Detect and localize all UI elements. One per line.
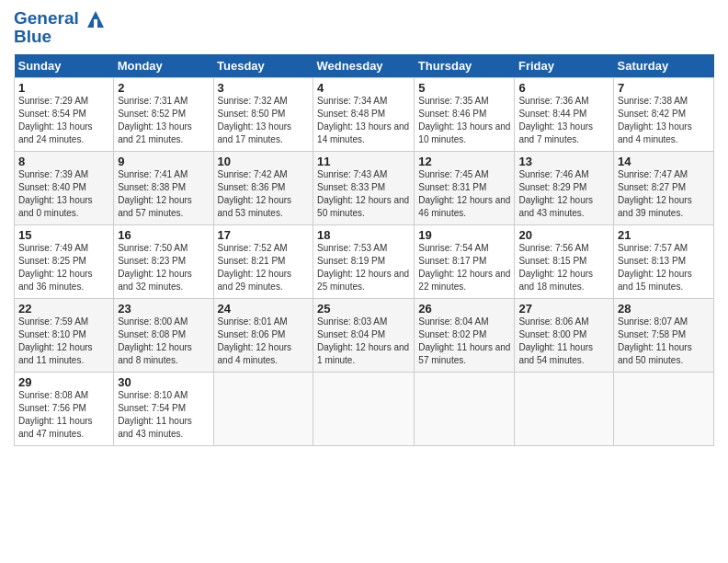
calendar-cell: 27 Sunrise: 8:06 AM Sunset: 8:00 PM Dayl… bbox=[515, 298, 614, 372]
day-info: Sunrise: 7:43 AM Sunset: 8:33 PM Dayligh… bbox=[317, 168, 410, 220]
day-info: Sunrise: 7:29 AM Sunset: 8:54 PM Dayligh… bbox=[18, 95, 109, 146]
calendar-week-1: 1 Sunrise: 7:29 AM Sunset: 8:54 PM Dayli… bbox=[15, 77, 714, 151]
calendar-cell: 25 Sunrise: 8:03 AM Sunset: 8:04 PM Dayl… bbox=[313, 298, 415, 372]
day-number: 29 bbox=[18, 375, 109, 389]
day-number: 22 bbox=[18, 302, 109, 316]
calendar-cell bbox=[614, 372, 714, 445]
page-header: General Blue bbox=[14, 9, 714, 47]
day-number: 3 bbox=[218, 81, 310, 95]
day-of-week-row: SundayMondayTuesdayWednesdayThursdayFrid… bbox=[15, 54, 714, 78]
day-number: 8 bbox=[18, 155, 109, 168]
calendar-cell: 3 Sunrise: 7:32 AM Sunset: 8:50 PM Dayli… bbox=[213, 77, 313, 151]
day-info: Sunrise: 7:52 AM Sunset: 8:21 PM Dayligh… bbox=[218, 242, 310, 293]
calendar-cell: 6 Sunrise: 7:36 AM Sunset: 8:44 PM Dayli… bbox=[515, 77, 614, 151]
calendar-cell: 18 Sunrise: 7:53 AM Sunset: 8:19 PM Dayl… bbox=[313, 224, 415, 298]
day-number: 2 bbox=[118, 81, 209, 95]
day-info: Sunrise: 7:46 AM Sunset: 8:29 PM Dayligh… bbox=[518, 168, 609, 220]
calendar-cell: 14 Sunrise: 7:47 AM Sunset: 8:27 PM Dayl… bbox=[614, 151, 714, 224]
day-number: 15 bbox=[18, 228, 109, 242]
logo-blue: Blue bbox=[14, 28, 106, 47]
day-number: 1 bbox=[18, 81, 109, 95]
day-info: Sunrise: 7:56 AM Sunset: 8:15 PM Dayligh… bbox=[518, 242, 609, 293]
day-number: 13 bbox=[518, 155, 609, 168]
calendar-cell: 5 Sunrise: 7:35 AM Sunset: 8:46 PM Dayli… bbox=[415, 77, 515, 151]
svg-rect-1 bbox=[94, 19, 97, 28]
day-info: Sunrise: 7:41 AM Sunset: 8:38 PM Dayligh… bbox=[118, 168, 209, 220]
calendar-table: SundayMondayTuesdayWednesdayThursdayFrid… bbox=[14, 54, 714, 446]
logo: General Blue bbox=[14, 9, 106, 47]
calendar-week-4: 22 Sunrise: 7:59 AM Sunset: 8:10 PM Dayl… bbox=[15, 298, 714, 372]
dow-header-thursday: Thursday bbox=[415, 54, 515, 78]
page-container: General Blue SundayMondayTuesdayWednesda… bbox=[0, 0, 728, 455]
calendar-cell: 19 Sunrise: 7:54 AM Sunset: 8:17 PM Dayl… bbox=[415, 224, 515, 298]
dow-header-saturday: Saturday bbox=[614, 54, 714, 78]
calendar-cell: 30 Sunrise: 8:10 AM Sunset: 7:54 PM Dayl… bbox=[114, 372, 213, 445]
day-number: 14 bbox=[618, 155, 710, 168]
day-number: 7 bbox=[618, 81, 710, 95]
calendar-cell bbox=[213, 372, 313, 445]
day-info: Sunrise: 8:00 AM Sunset: 8:08 PM Dayligh… bbox=[118, 316, 209, 367]
calendar-cell bbox=[313, 372, 415, 445]
day-info: Sunrise: 8:10 AM Sunset: 7:54 PM Dayligh… bbox=[118, 389, 209, 441]
day-number: 28 bbox=[618, 302, 710, 316]
logo-general: General bbox=[14, 8, 79, 28]
day-number: 16 bbox=[118, 228, 209, 242]
calendar-body: 1 Sunrise: 7:29 AM Sunset: 8:54 PM Dayli… bbox=[15, 77, 714, 445]
day-number: 18 bbox=[317, 228, 410, 242]
day-number: 20 bbox=[518, 228, 609, 242]
day-info: Sunrise: 8:03 AM Sunset: 8:04 PM Dayligh… bbox=[317, 316, 410, 367]
day-info: Sunrise: 8:04 AM Sunset: 8:02 PM Dayligh… bbox=[418, 316, 510, 367]
calendar-cell: 1 Sunrise: 7:29 AM Sunset: 8:54 PM Dayli… bbox=[15, 77, 114, 151]
day-info: Sunrise: 8:01 AM Sunset: 8:06 PM Dayligh… bbox=[218, 316, 310, 367]
calendar-cell: 21 Sunrise: 7:57 AM Sunset: 8:13 PM Dayl… bbox=[614, 224, 714, 298]
calendar-cell bbox=[515, 372, 614, 445]
day-number: 12 bbox=[418, 155, 510, 168]
day-number: 26 bbox=[418, 302, 510, 316]
day-info: Sunrise: 7:59 AM Sunset: 8:10 PM Dayligh… bbox=[18, 316, 109, 367]
day-info: Sunrise: 7:49 AM Sunset: 8:25 PM Dayligh… bbox=[18, 242, 109, 293]
calendar-cell: 17 Sunrise: 7:52 AM Sunset: 8:21 PM Dayl… bbox=[213, 224, 313, 298]
calendar-cell: 9 Sunrise: 7:41 AM Sunset: 8:38 PM Dayli… bbox=[114, 151, 213, 224]
day-number: 25 bbox=[317, 302, 410, 316]
dow-header-tuesday: Tuesday bbox=[213, 54, 313, 78]
day-number: 19 bbox=[418, 228, 510, 242]
day-info: Sunrise: 7:34 AM Sunset: 8:48 PM Dayligh… bbox=[317, 95, 410, 146]
calendar-cell: 12 Sunrise: 7:45 AM Sunset: 8:31 PM Dayl… bbox=[415, 151, 515, 224]
calendar-cell: 26 Sunrise: 8:04 AM Sunset: 8:02 PM Dayl… bbox=[415, 298, 515, 372]
day-info: Sunrise: 7:39 AM Sunset: 8:40 PM Dayligh… bbox=[18, 168, 109, 220]
dow-header-sunday: Sunday bbox=[15, 54, 114, 78]
day-info: Sunrise: 7:53 AM Sunset: 8:19 PM Dayligh… bbox=[317, 242, 410, 293]
dow-header-wednesday: Wednesday bbox=[313, 54, 415, 78]
day-number: 17 bbox=[218, 228, 310, 242]
day-number: 4 bbox=[317, 81, 410, 95]
calendar-cell: 20 Sunrise: 7:56 AM Sunset: 8:15 PM Dayl… bbox=[515, 224, 614, 298]
day-info: Sunrise: 8:07 AM Sunset: 7:58 PM Dayligh… bbox=[618, 316, 710, 367]
day-info: Sunrise: 8:06 AM Sunset: 8:00 PM Dayligh… bbox=[518, 316, 609, 367]
calendar-cell: 10 Sunrise: 7:42 AM Sunset: 8:36 PM Dayl… bbox=[213, 151, 313, 224]
day-info: Sunrise: 7:50 AM Sunset: 8:23 PM Dayligh… bbox=[118, 242, 209, 293]
day-number: 6 bbox=[518, 81, 609, 95]
day-info: Sunrise: 7:31 AM Sunset: 8:52 PM Dayligh… bbox=[118, 95, 209, 146]
calendar-cell: 16 Sunrise: 7:50 AM Sunset: 8:23 PM Dayl… bbox=[114, 224, 213, 298]
calendar-cell: 23 Sunrise: 8:00 AM Sunset: 8:08 PM Dayl… bbox=[114, 298, 213, 372]
calendar-cell: 15 Sunrise: 7:49 AM Sunset: 8:25 PM Dayl… bbox=[15, 224, 114, 298]
calendar-week-3: 15 Sunrise: 7:49 AM Sunset: 8:25 PM Dayl… bbox=[15, 224, 714, 298]
calendar-cell: 24 Sunrise: 8:01 AM Sunset: 8:06 PM Dayl… bbox=[213, 298, 313, 372]
calendar-cell: 11 Sunrise: 7:43 AM Sunset: 8:33 PM Dayl… bbox=[313, 151, 415, 224]
calendar-cell bbox=[415, 372, 515, 445]
day-info: Sunrise: 7:42 AM Sunset: 8:36 PM Dayligh… bbox=[218, 168, 310, 220]
day-info: Sunrise: 7:36 AM Sunset: 8:44 PM Dayligh… bbox=[518, 95, 609, 146]
day-number: 27 bbox=[518, 302, 609, 316]
calendar-cell: 29 Sunrise: 8:08 AM Sunset: 7:56 PM Dayl… bbox=[15, 372, 114, 445]
day-info: Sunrise: 8:08 AM Sunset: 7:56 PM Dayligh… bbox=[18, 389, 109, 441]
calendar-week-5: 29 Sunrise: 8:08 AM Sunset: 7:56 PM Dayl… bbox=[15, 372, 714, 445]
day-number: 5 bbox=[418, 81, 510, 95]
calendar-cell: 22 Sunrise: 7:59 AM Sunset: 8:10 PM Dayl… bbox=[15, 298, 114, 372]
day-info: Sunrise: 7:35 AM Sunset: 8:46 PM Dayligh… bbox=[418, 95, 510, 146]
dow-header-friday: Friday bbox=[515, 54, 614, 78]
day-info: Sunrise: 7:38 AM Sunset: 8:42 PM Dayligh… bbox=[618, 95, 710, 146]
calendar-week-2: 8 Sunrise: 7:39 AM Sunset: 8:40 PM Dayli… bbox=[15, 151, 714, 224]
day-info: Sunrise: 7:54 AM Sunset: 8:17 PM Dayligh… bbox=[418, 242, 510, 293]
day-number: 23 bbox=[118, 302, 209, 316]
calendar-cell: 4 Sunrise: 7:34 AM Sunset: 8:48 PM Dayli… bbox=[313, 77, 415, 151]
